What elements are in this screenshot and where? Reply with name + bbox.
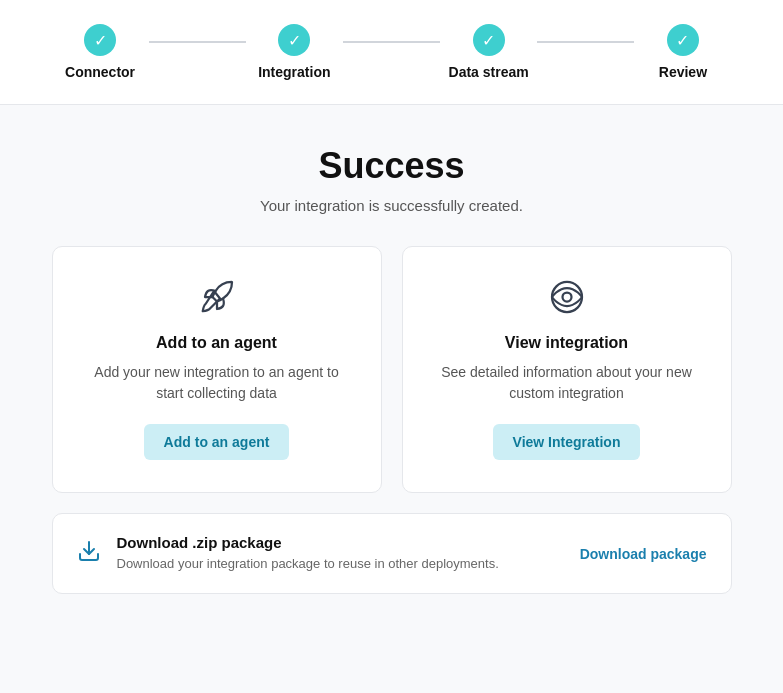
step-connector: ✓ Connector — [52, 24, 149, 80]
download-card: Download .zip package Download your inte… — [52, 513, 732, 594]
step-review: ✓ Review — [634, 24, 731, 80]
add-agent-card-desc: Add your new integration to an agent to … — [81, 362, 353, 404]
step-integration: ✓ Integration — [246, 24, 343, 80]
step-circle-integration: ✓ — [278, 24, 310, 56]
eye-icon — [549, 279, 585, 320]
download-description: Download your integration package to reu… — [117, 555, 564, 573]
add-agent-card: Add to an agent Add your new integration… — [52, 246, 382, 493]
step-circle-datastream: ✓ — [473, 24, 505, 56]
view-integration-button[interactable]: View Integration — [493, 424, 641, 460]
rocket-icon — [199, 279, 235, 320]
step-circle-connector: ✓ — [84, 24, 116, 56]
step-circle-review: ✓ — [667, 24, 699, 56]
connector-line-1 — [149, 41, 246, 43]
add-to-agent-button[interactable]: Add to an agent — [144, 424, 290, 460]
step-datastream: ✓ Data stream — [440, 24, 537, 80]
svg-point-0 — [552, 282, 582, 312]
stepper: ✓ Connector ✓ Integration ✓ Data stream … — [0, 0, 783, 105]
view-integration-card-title: View integration — [505, 334, 628, 352]
connector-line-2 — [343, 41, 440, 43]
step-label-connector: Connector — [65, 64, 135, 80]
svg-point-1 — [562, 293, 571, 302]
step-label-integration: Integration — [258, 64, 330, 80]
step-label-datastream: Data stream — [449, 64, 529, 80]
download-package-link[interactable]: Download package — [580, 546, 707, 562]
connector-line-3 — [537, 41, 634, 43]
success-subtitle: Your integration is successfully created… — [260, 197, 523, 214]
download-title: Download .zip package — [117, 534, 564, 551]
view-integration-card: View integration See detailed informatio… — [402, 246, 732, 493]
main-content: Success Your integration is successfully… — [0, 105, 783, 634]
download-icon — [77, 539, 101, 569]
success-title: Success — [318, 145, 464, 187]
add-agent-card-title: Add to an agent — [156, 334, 277, 352]
step-label-review: Review — [659, 64, 707, 80]
download-text: Download .zip package Download your inte… — [117, 534, 564, 573]
action-cards: Add to an agent Add your new integration… — [52, 246, 732, 493]
view-integration-card-desc: See detailed information about your new … — [431, 362, 703, 404]
